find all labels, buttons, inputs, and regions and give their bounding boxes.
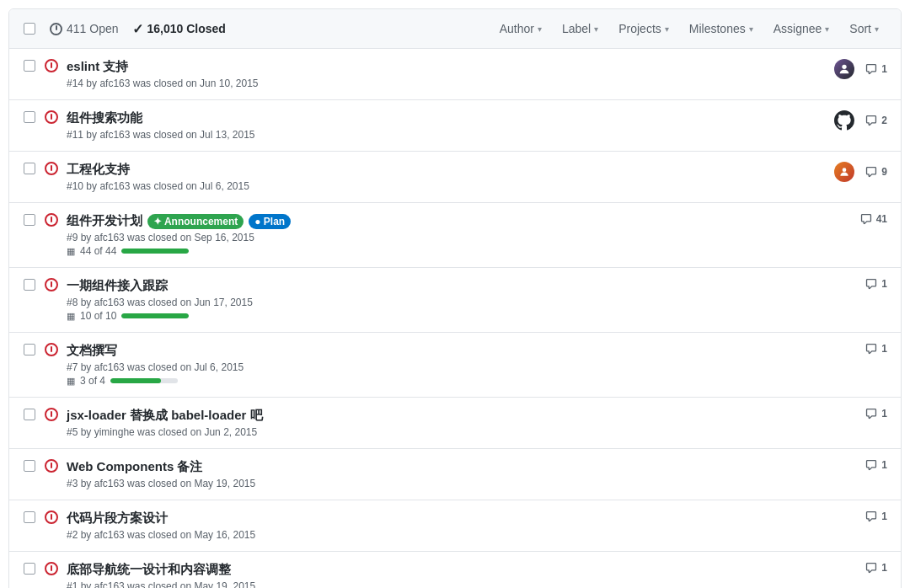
issue-title[interactable]: 组件开发计划 ✦ Announcement● Plan — [67, 213, 821, 229]
issue-title[interactable]: 文档撰写 — [67, 343, 826, 359]
avatar[interactable] — [834, 110, 854, 131]
row-checkbox-wrap[interactable] — [23, 459, 36, 473]
row-checkbox[interactable] — [24, 111, 35, 123]
closed-issue-icon — [45, 562, 58, 575]
label-badge[interactable]: ✦ Announcement — [147, 214, 244, 229]
row-checkbox-wrap[interactable] — [23, 562, 36, 575]
row-checkbox[interactable] — [24, 344, 35, 355]
comment-count[interactable]: 9 — [864, 166, 887, 178]
issue-author[interactable]: afc163 — [94, 232, 125, 243]
row-checkbox-wrap[interactable] — [23, 510, 36, 524]
issue-title[interactable]: 工程化支持 — [67, 162, 826, 178]
comment-count[interactable]: 1 — [864, 510, 887, 522]
issue-title-text[interactable]: 文档撰写 — [67, 343, 117, 359]
issue-title-text[interactable]: Web Components 备注 — [67, 459, 202, 475]
issue-number[interactable]: #2 — [67, 529, 78, 541]
issue-title[interactable]: eslint 支持 — [67, 59, 826, 75]
sort-filter-button[interactable]: Sort ▾ — [841, 18, 887, 40]
issue-title[interactable]: 组件搜索功能 — [67, 110, 826, 126]
issue-title[interactable]: 代码片段方案设计 — [67, 510, 826, 527]
row-checkbox-wrap[interactable] — [23, 343, 36, 356]
avatar[interactable] — [834, 162, 854, 182]
row-checkbox[interactable] — [24, 60, 35, 72]
issue-title[interactable]: jsx-loader 替换成 babel-loader 吧 — [67, 408, 826, 424]
issue-title-text[interactable]: 组件开发计划 — [67, 213, 142, 229]
issue-title-text[interactable]: 组件搜索功能 — [67, 110, 142, 126]
issue-author[interactable]: afc163 — [94, 478, 125, 489]
row-checkbox-wrap[interactable] — [23, 408, 36, 421]
comment-count-text: 1 — [881, 510, 887, 522]
row-checkbox-wrap[interactable] — [23, 162, 36, 175]
issue-number[interactable]: #1 — [67, 580, 78, 588]
table-row: 底部导航统一设计和内容调整 #1 by afc163 was closed on… — [9, 552, 901, 588]
issue-title-text[interactable]: eslint 支持 — [67, 59, 128, 75]
comment-count-text: 9 — [881, 166, 887, 178]
comment-count[interactable]: 2 — [864, 115, 887, 126]
avatar[interactable] — [834, 59, 854, 79]
issue-number[interactable]: #9 — [67, 232, 78, 243]
select-all-checkbox-wrap[interactable] — [23, 22, 36, 35]
closed-count-text: 16,010 Closed — [147, 22, 226, 35]
issue-author[interactable]: afc163 — [94, 580, 125, 588]
closed-count[interactable]: ✓ 16,010 Closed — [132, 21, 226, 37]
issue-author[interactable]: afc163 — [99, 129, 130, 141]
label-badge[interactable]: ● Plan — [249, 214, 291, 229]
issue-number[interactable]: #5 — [67, 426, 78, 438]
comment-count[interactable]: 1 — [864, 459, 887, 471]
comment-count[interactable]: 1 — [864, 343, 887, 355]
author-filter-button[interactable]: Author ▾ — [491, 18, 550, 40]
issue-title-text[interactable]: 工程化支持 — [67, 162, 130, 178]
comment-count[interactable]: 41 — [859, 213, 887, 225]
row-checkbox-wrap[interactable] — [23, 110, 36, 124]
header-left: 411 Open ✓ 16,010 Closed — [23, 21, 481, 37]
closed-issue-icon — [45, 343, 58, 356]
row-checkbox[interactable] — [24, 460, 35, 472]
issue-content: 组件搜索功能 #11 by afc163 was closed on Jul 1… — [67, 110, 826, 141]
row-checkbox[interactable] — [24, 163, 35, 174]
projects-filter-button[interactable]: Projects ▾ — [610, 18, 677, 40]
milestones-filter-button[interactable]: Milestones ▾ — [681, 18, 762, 40]
select-all-checkbox[interactable] — [24, 23, 35, 35]
row-checkbox[interactable] — [24, 409, 35, 420]
issue-number[interactable]: #11 — [67, 129, 83, 141]
issue-author[interactable]: afc163 — [94, 529, 125, 541]
issue-title-text[interactable]: 代码片段方案设计 — [67, 510, 168, 527]
issue-title-text[interactable]: 一期组件接入跟踪 — [67, 278, 168, 294]
row-checkbox-wrap[interactable] — [23, 59, 36, 72]
issue-title[interactable]: Web Components 备注 — [67, 459, 826, 475]
issue-author[interactable]: afc163 — [99, 180, 130, 192]
comment-count[interactable]: 1 — [864, 408, 887, 420]
label-filter-button[interactable]: Label ▾ — [554, 18, 607, 40]
progress-bar-background — [110, 378, 178, 383]
row-checkbox[interactable] — [24, 279, 35, 291]
issue-title[interactable]: 一期组件接入跟踪 — [67, 278, 826, 294]
issue-number[interactable]: #8 — [67, 297, 78, 308]
comment-icon — [864, 166, 878, 178]
comment-count[interactable]: 1 — [864, 63, 887, 75]
row-checkbox[interactable] — [24, 511, 35, 523]
assignee-filter-button[interactable]: Assignee ▾ — [765, 18, 838, 40]
issue-author[interactable]: afc163 — [94, 361, 125, 373]
comment-count[interactable]: 1 — [864, 278, 887, 290]
issue-title-text[interactable]: 底部导航统一设计和内容调整 — [67, 562, 231, 578]
issue-number[interactable]: #7 — [67, 361, 78, 373]
issue-title-text[interactable]: jsx-loader 替换成 babel-loader 吧 — [67, 408, 263, 424]
issue-number[interactable]: #3 — [67, 478, 78, 489]
row-checkbox[interactable] — [24, 563, 35, 575]
row-checkbox-wrap[interactable] — [23, 213, 36, 227]
issue-content: jsx-loader 替换成 babel-loader 吧 #5 by yimi… — [67, 408, 826, 438]
comment-count[interactable]: 1 — [864, 562, 887, 574]
issue-number[interactable]: #10 — [67, 180, 83, 192]
row-checkbox[interactable] — [24, 214, 35, 226]
issue-author[interactable]: afc163 — [94, 297, 125, 308]
issue-author[interactable]: afc163 — [99, 78, 130, 89]
issue-author[interactable]: yiminghe — [94, 426, 135, 438]
row-checkbox-wrap[interactable] — [23, 278, 36, 291]
milestones-caret-icon: ▾ — [749, 24, 753, 34]
comment-count-text: 1 — [881, 63, 887, 75]
open-count[interactable]: 411 Open — [50, 22, 119, 35]
issue-title[interactable]: 底部导航统一设计和内容调整 — [67, 562, 826, 578]
closed-issue-icon — [45, 510, 58, 524]
issue-number[interactable]: #14 — [67, 78, 83, 89]
comment-count-text: 41 — [876, 213, 887, 225]
